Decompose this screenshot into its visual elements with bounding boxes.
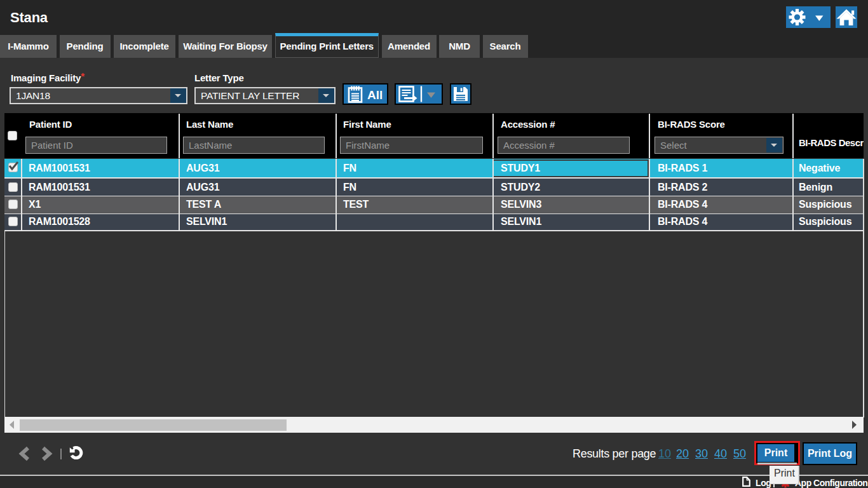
svg-text:All: All	[367, 88, 383, 102]
